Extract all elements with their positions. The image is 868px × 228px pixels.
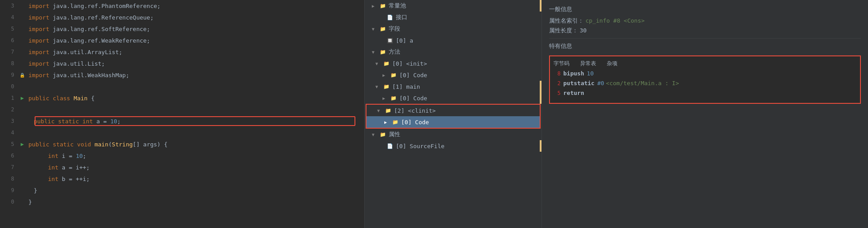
bytecode-header-item-3[interactable]: 杂项 [607, 60, 617, 67]
folder-icon: 📁 [382, 83, 390, 90]
tree-item-constants[interactable]: ▶ 📁 常量池 [365, 0, 542, 12]
line-number: 4 [0, 130, 18, 136]
bytecode-header-item-2[interactable]: 异常表 [580, 60, 596, 67]
tree-indicator [540, 81, 542, 92]
line-content: int a = i++; [27, 164, 364, 171]
folder-icon: 📁 [379, 2, 387, 9]
folder-icon: 📁 [379, 48, 387, 55]
tree-arrow-icon: ▶ [382, 96, 390, 101]
tree-label: 接口 [396, 13, 407, 21]
tree-label: [0] SourceFile [396, 143, 445, 149]
line-gutter: 🔒 [18, 73, 27, 78]
tree-item-interface[interactable]: ▶ 📄 接口 [365, 12, 542, 23]
folder-icon: 📁 [391, 118, 399, 126]
attr-length-label: 属性长度： [549, 27, 578, 35]
tree-item-sourcefile[interactable]: ▶ 📄 [0] SourceFile [365, 140, 542, 152]
code-panel: 3 import java.lang.ref.PhantomReference;… [0, 0, 364, 228]
code-line-int-b: 8 int b = ++i; [0, 173, 364, 185]
line-content: } [27, 199, 364, 205]
tree-arrow-icon: ▶ [382, 73, 390, 78]
tree-panel: ▶ 📁 常量池 ▶ 📄 接口 ▼ 📁 字段 ▶ 🔲 [0] a ▼ 📁 方法 ▼… [364, 0, 542, 228]
tree-item-init-code[interactable]: ▶ 📁 [0] Code [365, 69, 542, 81]
tree-item-main[interactable]: ▼ 📁 [1] main [365, 81, 542, 92]
tree-label: 常量池 [389, 2, 406, 10]
tree-item-attrs[interactable]: ▼ 📁 属性 [365, 129, 542, 140]
tree-indicator [540, 0, 542, 12]
tree-item-clinit[interactable]: ▼ 📁 [2] <clinit> [366, 105, 540, 116]
general-info-title: 一般信息 [549, 5, 861, 13]
line-number: 6 [0, 153, 18, 159]
folder-icon: 📁 [390, 94, 398, 102]
tree-arrow-icon: ▼ [375, 61, 382, 66]
code-line-3: 3 import java.lang.ref.PhantomReference; [0, 0, 364, 12]
line-gutter: ▶ [18, 95, 27, 101]
line-content: import java.util.WeakHashMap; [27, 72, 364, 79]
code-line-int-a: 7 int a = i++; [0, 161, 364, 173]
folder-icon: 📁 [384, 107, 392, 114]
file-icon: 📄 [386, 142, 394, 149]
code-line-5: 5 import java.lang.ref.SoftReference; [0, 23, 364, 35]
line-number: 3 [0, 3, 18, 9]
run-arrow-icon[interactable]: ▶ [20, 95, 24, 101]
line-content: import java.lang.ref.WeakReference; [27, 37, 364, 44]
tree-item-main-code[interactable]: ▶ 📁 [0] Code [365, 92, 542, 104]
tree-item-field-a[interactable]: ▶ 🔲 [0] a [365, 35, 542, 46]
info-panel: 一般信息 属性名索引： cp_info #8 <Cons> 属性长度： 30 特… [542, 0, 868, 228]
bytecode-header: 字节码 异常表 杂项 [553, 60, 856, 67]
tree-label: [0] Code [399, 72, 427, 79]
bc-num: 5 [553, 90, 561, 96]
clinit-highlight-box-top: ▼ 📁 [2] <clinit> [366, 104, 541, 116]
tree-item-clinit-code[interactable]: ▶ 📁 [0] Code [366, 116, 540, 128]
tree-label: [2] <clinit> [394, 107, 436, 114]
line-content: public static int a = 10; [27, 118, 364, 125]
tree-label: 字段 [389, 25, 400, 33]
tree-label: 属性 [389, 130, 400, 138]
code-line-close1: 9 } [0, 185, 364, 196]
code-line-main: 5 ▶ public static void main(String[] arg… [0, 138, 364, 150]
line-number: 5 [0, 26, 18, 32]
line-number: 0 [0, 199, 18, 205]
divider [549, 38, 861, 39]
run-arrow-icon-2[interactable]: ▶ [20, 141, 24, 147]
tree-arrow-icon: ▶ [372, 4, 379, 8]
tree-item-init[interactable]: ▼ 📁 [0] <init> [365, 58, 542, 69]
bytecode-row-return: 5 return [553, 90, 856, 99]
line-content: int b = ++i; [27, 176, 364, 182]
line-content: public static void main(String[] args) { [27, 141, 364, 148]
file-icon: 📄 [386, 14, 394, 21]
tree-item-fields[interactable]: ▼ 📁 字段 [365, 23, 542, 35]
bc-arg-num: #0 [597, 80, 604, 86]
code-line-blank1: 0 [0, 81, 364, 92]
line-content: import java.lang.ref.SoftReference; [27, 26, 364, 32]
attr-index-value: cp_info #8 <Cons> [585, 17, 645, 24]
line-number: 7 [0, 49, 18, 55]
special-info-title: 特有信息 [549, 42, 861, 50]
line-number: 1 [0, 95, 18, 101]
bc-num: 2 [553, 80, 561, 86]
line-number: 4 [0, 14, 18, 20]
line-content: int i = 10; [27, 153, 364, 159]
attr-length-row: 属性长度： 30 [549, 27, 861, 35]
line-number: 9 [0, 72, 18, 78]
bc-arg: 10 [587, 70, 594, 77]
tree-label: [0] Code [401, 119, 429, 126]
bytecode-row-putstatic: 2 putstatic #0 <com/test/Main.a : I> [553, 80, 856, 90]
tree-label: [1] main [392, 83, 420, 90]
line-gutter: ▶ [18, 141, 27, 147]
tree-arrow-icon: ▼ [372, 27, 379, 31]
code-line-static-int: 3 public static int a = 10; [0, 115, 364, 127]
line-number: 8 [0, 176, 18, 182]
folder-icon: 📁 [379, 25, 387, 32]
bc-instr: return [563, 90, 584, 96]
bytecode-header-item-1[interactable]: 字节码 [553, 60, 569, 67]
line-content: import java.util.ArrayList; [27, 49, 364, 55]
folder-icon: 📁 [382, 60, 390, 67]
line-number: 3 [0, 118, 18, 124]
tree-item-methods[interactable]: ▼ 📁 方法 [365, 46, 542, 58]
folder-icon: 📁 [390, 71, 398, 79]
tree-indicator [540, 140, 542, 152]
tree-arrow-icon: ▼ [372, 50, 379, 55]
line-number: 6 [0, 37, 18, 43]
line-content: } [27, 187, 364, 194]
tree-label: [0] Code [399, 95, 427, 102]
